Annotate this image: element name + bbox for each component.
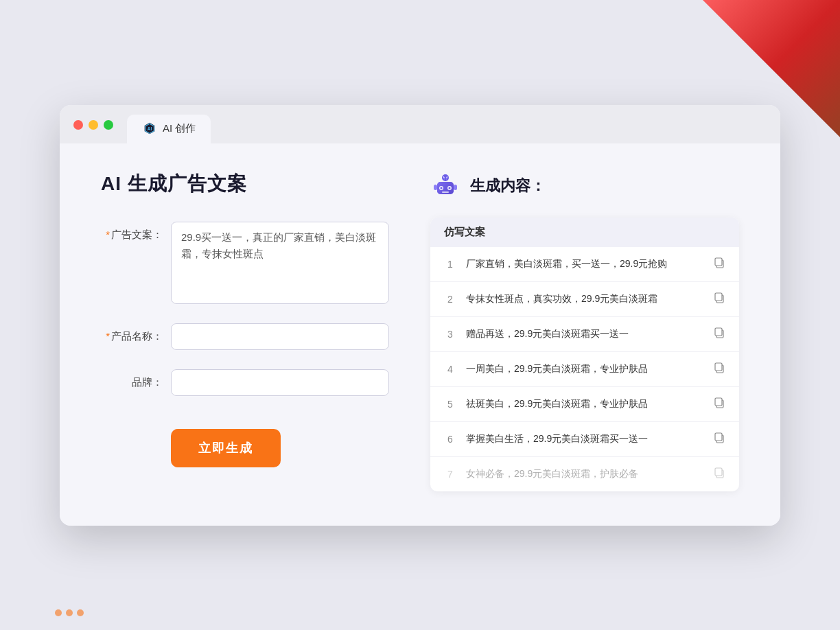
title-bar: AI AI 创作: [60, 105, 780, 143]
bg-dot-3: [77, 609, 84, 616]
svg-rect-27: [715, 398, 722, 406]
result-row: 3赠品再送，29.9元美白淡斑霜买一送一: [430, 317, 739, 352]
row-text: 厂家直销，美白淡斑霜，买一送一，29.9元抢购: [466, 257, 703, 271]
result-header: 生成内容：: [430, 171, 739, 201]
row-number: 3: [444, 329, 456, 340]
close-button[interactable]: [73, 120, 83, 130]
row-number: 4: [444, 364, 456, 375]
copy-icon[interactable]: [713, 292, 725, 307]
svg-rect-13: [442, 191, 449, 193]
row-text: 女神必备，29.9元美白淡斑霜，护肤必备: [466, 467, 703, 481]
ad-copy-required: *: [106, 229, 110, 240]
result-row: 4一周美白，29.9元美白淡斑霜，专业护肤品: [430, 352, 739, 387]
browser-window: AI AI 创作 AI 生成广告文案 *广告文案： 29.9买一送一，真正的厂家…: [60, 105, 780, 526]
row-number: 2: [444, 294, 456, 305]
row-text: 专抹女性斑点，真实功效，29.9元美白淡斑霜: [466, 292, 703, 306]
copy-icon[interactable]: [713, 327, 725, 342]
traffic-lights: [73, 120, 113, 138]
row-text: 祛斑美白，29.9元美白淡斑霜，专业护肤品: [466, 397, 703, 411]
svg-rect-29: [715, 433, 722, 441]
brand-input[interactable]: 好白: [171, 369, 389, 396]
active-tab[interactable]: AI AI 创作: [127, 115, 211, 143]
svg-rect-17: [454, 185, 457, 190]
copy-icon[interactable]: [713, 362, 725, 377]
svg-point-10: [441, 187, 443, 189]
svg-rect-31: [715, 468, 722, 476]
svg-rect-25: [715, 363, 722, 371]
result-title: 生成内容：: [470, 176, 546, 196]
result-row: 7女神必备，29.9元美白淡斑霜，护肤必备: [430, 457, 739, 491]
copy-icon[interactable]: [713, 467, 725, 482]
row-text: 赠品再送，29.9元美白淡斑霜买一送一: [466, 327, 703, 341]
tab-label: AI 创作: [163, 122, 196, 135]
row-number: 1: [444, 259, 456, 270]
svg-rect-16: [434, 185, 437, 190]
svg-text:AI: AI: [148, 126, 152, 130]
right-panel: 生成内容： 仿写文案 1厂家直销，美白淡斑霜，买一送一，29.9元抢购 2专抹女…: [430, 171, 739, 491]
minimize-button[interactable]: [89, 120, 98, 130]
result-row: 1厂家直销，美白淡斑霜，买一送一，29.9元抢购: [430, 247, 739, 282]
svg-rect-21: [715, 293, 722, 301]
ad-copy-group: *广告文案： 29.9买一送一，真正的厂家直销，美白淡斑霜，专抹女性斑点: [101, 222, 389, 304]
product-name-label: *产品名称：: [101, 323, 163, 343]
product-name-input[interactable]: 美白淡斑霜: [171, 323, 389, 350]
row-text: 一周美白，29.9元美白淡斑霜，专业护肤品: [466, 362, 703, 376]
svg-point-15: [444, 175, 447, 178]
svg-point-12: [449, 187, 451, 189]
result-table: 仿写文案 1厂家直销，美白淡斑霜，买一送一，29.9元抢购 2专抹女性斑点，真实…: [430, 218, 739, 491]
page-title: AI 生成广告文案: [101, 171, 389, 197]
svg-rect-23: [715, 328, 722, 336]
maximize-button[interactable]: [104, 120, 113, 130]
result-row: 2专抹女性斑点，真实功效，29.9元美白淡斑霜: [430, 282, 739, 317]
result-table-header: 仿写文案: [430, 218, 739, 247]
row-number: 7: [444, 469, 456, 480]
ad-copy-textarea[interactable]: 29.9买一送一，真正的厂家直销，美白淡斑霜，专抹女性斑点: [171, 222, 389, 304]
product-name-group: *产品名称： 美白淡斑霜: [101, 323, 389, 350]
bg-dot-1: [55, 609, 62, 616]
bg-dot-2: [66, 609, 73, 616]
svg-rect-19: [715, 258, 722, 266]
row-text: 掌握美白生活，29.9元美白淡斑霜买一送一: [466, 432, 703, 446]
left-panel: AI 生成广告文案 *广告文案： 29.9买一送一，真正的厂家直销，美白淡斑霜，…: [101, 171, 389, 491]
ai-tab-icon: AI: [142, 121, 157, 137]
generate-button[interactable]: 立即生成: [171, 429, 281, 467]
robot-icon: [430, 171, 460, 201]
copy-icon[interactable]: [713, 397, 725, 412]
brand-label: 品牌：: [101, 369, 163, 389]
ad-copy-label: *广告文案：: [101, 222, 163, 242]
row-number: 5: [444, 399, 456, 410]
copy-icon[interactable]: [713, 432, 725, 447]
result-rows-container: 1厂家直销，美白淡斑霜，买一送一，29.9元抢购 2专抹女性斑点，真实功效，29…: [430, 247, 739, 491]
copy-icon[interactable]: [713, 257, 725, 272]
main-content: AI 生成广告文案 *广告文案： 29.9买一送一，真正的厂家直销，美白淡斑霜，…: [60, 143, 780, 526]
row-number: 6: [444, 434, 456, 445]
product-name-required: *: [106, 330, 110, 342]
brand-group: 品牌： 好白: [101, 369, 389, 396]
bg-decoration-bottom-left: [55, 609, 84, 616]
result-row: 6掌握美白生活，29.9元美白淡斑霜买一送一: [430, 422, 739, 457]
result-row: 5祛斑美白，29.9元美白淡斑霜，专业护肤品: [430, 387, 739, 422]
